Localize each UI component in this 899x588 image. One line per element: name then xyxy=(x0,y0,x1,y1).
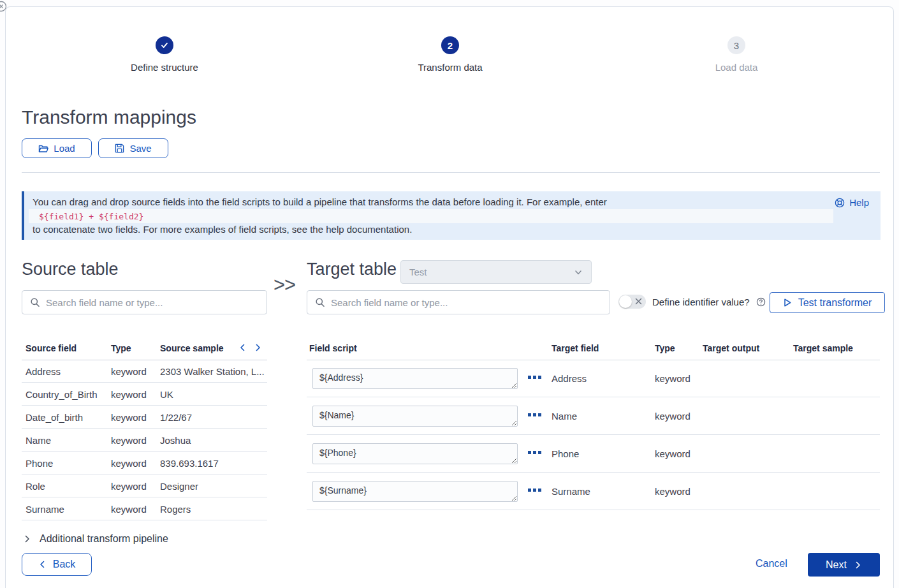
source-row-address[interactable]: Address keyword 2303 Walker Station, L..… xyxy=(22,360,267,383)
field-script-input[interactable]: ${Address} xyxy=(312,368,518,389)
source-field-name: Surname xyxy=(26,504,64,515)
source-row-role[interactable]: Role keyword Designer xyxy=(22,474,267,497)
target-col-field: Target field xyxy=(552,343,599,353)
load-button[interactable]: Load xyxy=(22,138,92,158)
identifier-toggle-label: Define identifier value? xyxy=(652,297,750,307)
target-field-name: Surname xyxy=(552,486,590,497)
source-field-sample: 1/22/67 xyxy=(160,412,192,423)
page-title: Transform mappings xyxy=(22,107,196,128)
step-2-number: 2 xyxy=(448,40,453,51)
toggle-x-icon xyxy=(635,298,642,305)
source-col-field: Source field xyxy=(26,343,77,353)
next-button-label: Next xyxy=(826,559,847,571)
section-divider xyxy=(22,172,880,173)
prev-sample-icon[interactable] xyxy=(238,343,247,352)
target-row-name: ${Name} Name keyword xyxy=(307,397,880,435)
step-3-label: Load data xyxy=(660,62,813,73)
target-field-type: keyword xyxy=(655,448,691,459)
target-table-title: Target table xyxy=(307,260,397,279)
target-search-box xyxy=(307,290,610,314)
source-row-phone[interactable]: Phone keyword 839.693.1617 xyxy=(22,452,267,474)
target-col-type: Type xyxy=(655,343,675,353)
question-circle-icon[interactable] xyxy=(756,297,766,307)
source-row-surname[interactable]: Surname keyword Rogers xyxy=(22,497,267,520)
source-field-sample: 839.693.1617 xyxy=(160,458,219,469)
source-field-sample: Joshua xyxy=(160,435,191,446)
source-field-type: keyword xyxy=(111,481,147,492)
chevron-right-icon xyxy=(854,561,862,570)
test-transformer-label: Test transformer xyxy=(798,297,872,309)
target-col-output: Target output xyxy=(703,343,759,353)
cancel-link[interactable]: Cancel xyxy=(756,558,787,570)
target-row-address: ${Address} Address keyword xyxy=(307,360,880,397)
next-button[interactable]: Next xyxy=(808,553,880,577)
source-field-sample: UK xyxy=(160,389,173,400)
source-row-country-of-birth[interactable]: Country_of_Birth keyword UK xyxy=(22,383,267,406)
script-options-icon[interactable] xyxy=(528,376,541,379)
back-button[interactable]: Back xyxy=(22,553,92,576)
save-button[interactable]: Save xyxy=(98,138,168,158)
target-search-input[interactable] xyxy=(331,297,610,308)
script-options-icon[interactable] xyxy=(528,413,541,416)
additional-pipeline-label: Additional transform pipeline xyxy=(40,533,168,545)
source-field-sample: Rogers xyxy=(160,504,191,515)
field-script-input[interactable]: ${Name} xyxy=(312,406,518,427)
back-button-label: Back xyxy=(53,559,76,570)
source-row-date-of-birth[interactable]: Date_of_birth keyword 1/22/67 xyxy=(22,406,267,429)
step-2-indicator: 2 xyxy=(441,36,459,54)
script-options-icon[interactable] xyxy=(528,451,541,454)
script-options-icon[interactable] xyxy=(528,489,541,492)
check-icon xyxy=(160,41,169,50)
step-2-label: Transform data xyxy=(374,62,527,73)
target-field-type: keyword xyxy=(655,373,691,384)
source-field-name: Phone xyxy=(26,458,53,469)
banner-text-line1: You can drag and drop source fields into… xyxy=(33,196,607,207)
test-transformer-button[interactable]: Test transformer xyxy=(770,292,885,313)
field-script-input[interactable]: ${Phone} xyxy=(312,443,518,464)
transfer-arrows: >> xyxy=(274,274,295,297)
target-col-script: Field script xyxy=(309,343,357,353)
identifier-toggle[interactable] xyxy=(618,295,646,309)
help-link-label: Help xyxy=(849,197,869,208)
source-sample-pager xyxy=(238,343,262,352)
chevron-left-icon xyxy=(38,560,47,569)
target-col-sample: Target sample xyxy=(793,343,853,353)
source-field-name: Date_of_birth xyxy=(26,412,83,423)
info-banner: You can drag and drop source fields into… xyxy=(22,191,881,240)
help-link[interactable]: Help xyxy=(835,197,869,208)
help-lifering-icon xyxy=(835,198,845,208)
target-field-type: keyword xyxy=(655,486,691,497)
target-row-phone: ${Phone} Phone keyword xyxy=(307,435,880,473)
chevron-right-icon xyxy=(23,534,31,543)
chevron-down-icon xyxy=(574,268,583,277)
target-field-name: Phone xyxy=(552,448,579,459)
additional-pipeline-toggle[interactable]: Additional transform pipeline xyxy=(23,533,168,545)
source-field-type: keyword xyxy=(111,435,147,446)
banner-code-example: ${field1} + ${field2} xyxy=(29,212,143,221)
step-3-indicator: 3 xyxy=(727,36,745,54)
source-field-type: keyword xyxy=(111,389,147,400)
source-field-sample: Designer xyxy=(160,481,198,492)
field-script-input[interactable]: ${Surname} xyxy=(312,481,518,502)
next-sample-icon[interactable] xyxy=(254,343,262,352)
source-field-name: Address xyxy=(26,366,61,377)
step-1-indicator xyxy=(156,36,173,54)
target-field-type: keyword xyxy=(655,411,691,422)
source-field-name: Role xyxy=(26,481,45,492)
source-field-type: keyword xyxy=(111,412,147,423)
save-button-label: Save xyxy=(129,143,151,154)
target-field-name: Name xyxy=(552,411,577,422)
search-icon xyxy=(315,297,325,307)
target-table-select[interactable]: Test xyxy=(400,260,592,284)
toggle-knob xyxy=(619,295,632,308)
banner-code-strip: ${field1} + ${field2} xyxy=(29,209,833,223)
source-search-box xyxy=(22,290,267,314)
source-row-name[interactable]: Name keyword Joshua xyxy=(22,429,267,452)
play-icon xyxy=(783,298,792,307)
target-table-select-value: Test xyxy=(409,267,574,277)
source-search-input[interactable] xyxy=(46,297,267,308)
step-1-label: Define structure xyxy=(88,62,241,73)
window-close-icon[interactable] xyxy=(0,1,7,12)
source-field-sample: 2303 Walker Station, L... xyxy=(160,366,265,377)
wizard-panel: 2 3 Define structure Transform data Load… xyxy=(5,6,894,588)
